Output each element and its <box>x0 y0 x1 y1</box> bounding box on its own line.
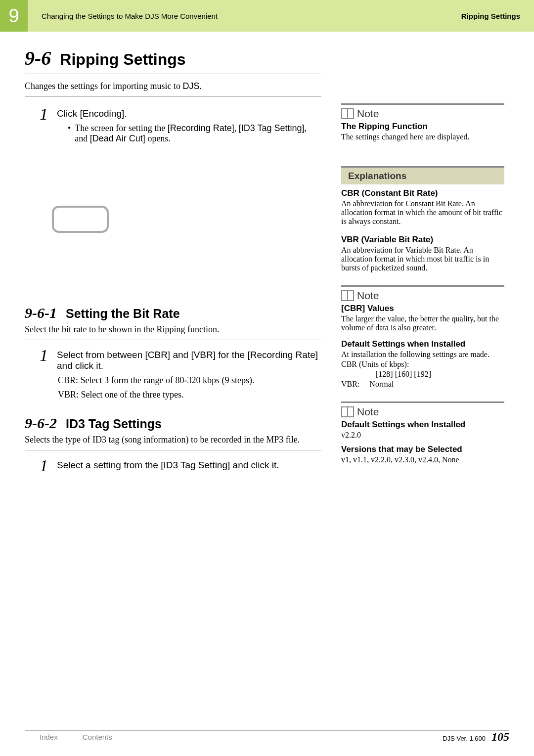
note-label: Note <box>357 290 379 302</box>
step-detail: VBR: Select one of the three types. <box>58 390 321 400</box>
note-icon <box>341 406 354 417</box>
content: 9-6 Ripping Settings Changes the setting… <box>0 32 534 478</box>
note-body: CBR (Units of kbps): <box>341 360 504 369</box>
version-label: DJS Ver. 1.600 <box>443 735 486 742</box>
image-placeholder <box>52 206 109 233</box>
chapter-number: 9 <box>0 0 28 32</box>
step-body: Select from between [CBR] and [VBR] for … <box>57 347 321 400</box>
header-section-title: Ripping Settings <box>461 12 520 20</box>
subsec1-step-1: 1 Select from between [CBR] and [VBR] fo… <box>25 347 321 400</box>
note-icon <box>341 108 354 119</box>
step-instruction: Click [Encoding]. <box>57 108 321 119</box>
subsection-2-title: 9-6-2 ID3 Tag Settings <box>25 415 321 432</box>
contents-link[interactable]: Contents <box>73 733 112 741</box>
explanation-title-cbr: CBR (Constant Bit Rate) <box>341 188 504 198</box>
note-subtitle: [CBR] Values <box>341 304 504 313</box>
note-body: The settings changed here are displayed. <box>341 133 504 141</box>
page-footer: Index Contents DJS Ver. 1.600 105 <box>0 733 534 741</box>
note-header: Note <box>341 285 504 302</box>
step-detail: CBR: Select 3 form the range of 80-320 k… <box>58 375 321 386</box>
step-number: 1 <box>40 106 48 144</box>
note-subtitle: The Ripping Function <box>341 122 504 132</box>
step-instruction: Select a setting from the [ID3 Tag Setti… <box>57 460 321 471</box>
subsection-2-description: Selects the type of ID3 tag (song inform… <box>25 435 321 450</box>
explanation-body-cbr: An abbreviation for Constant Bit Rate. A… <box>341 199 504 226</box>
section-number: 9-6 <box>25 46 51 70</box>
step-number: 1 <box>40 457 48 474</box>
subsection-name: Setting the Bit Rate <box>66 307 180 321</box>
header-breadcrumb: Changing the Settings to Make DJS More C… <box>42 12 218 20</box>
note-box-ripping-function: Note The Ripping Function The settings c… <box>341 103 504 141</box>
note-subtitle: Versions that may be Selected <box>341 445 504 454</box>
note-label: Note <box>357 406 379 418</box>
step-bullet: • The screen for setting the [Recording … <box>57 123 321 144</box>
bullet-marker: • <box>68 123 71 144</box>
subsection-1-title: 9-6-1 Setting the Bit Rate <box>25 305 321 321</box>
sidebar-column: Note The Ripping Function The settings c… <box>341 46 504 478</box>
step-body: Click [Encoding]. • The screen for setti… <box>57 106 321 144</box>
main-column: 9-6 Ripping Settings Changes the setting… <box>25 46 341 478</box>
page-header: 9 Changing the Settings to Make DJS More… <box>0 0 534 32</box>
note-subtitle: Default Settings when Installed <box>341 339 504 349</box>
note-subtitle: Default Settings when Installed <box>341 420 504 430</box>
note-header: Note <box>341 103 504 120</box>
note-icon <box>341 290 354 301</box>
subsection-number: 9-6-2 <box>25 415 57 432</box>
step-number: 1 <box>40 347 48 400</box>
subsection-1-description: Select the bit rate to be shown in the R… <box>25 324 321 340</box>
step-body: Select a setting from the [ID3 Tag Setti… <box>57 457 321 474</box>
subsection-name: ID3 Tag Settings <box>66 417 162 431</box>
step-instruction: Select from between [CBR] and [VBR] for … <box>57 350 321 371</box>
step-1: 1 Click [Encoding]. • The screen for set… <box>25 106 321 144</box>
page-number: 105 <box>491 730 509 744</box>
index-link[interactable]: Index <box>25 733 58 741</box>
note-body: [128] [160] [192] <box>341 370 504 379</box>
subsection-number: 9-6-1 <box>25 305 57 321</box>
explanation-title-vbr: VBR (Variable Bit Rate) <box>341 235 504 245</box>
note-body: VBR: Normal <box>341 380 504 389</box>
note-header: Note <box>341 401 504 418</box>
note-body: v1, v1.1, v2.2.0, v2.3.0, v2.4.0, None <box>341 455 504 464</box>
section-description: Changes the settings for importing music… <box>25 81 321 97</box>
note-label: Note <box>357 108 379 120</box>
section-title: 9-6 Ripping Settings <box>25 46 321 74</box>
explanation-body-vbr: An abbreviation for Variable Bit Rate. A… <box>341 246 504 272</box>
note-box-id3: Note Default Settings when Installed v2.… <box>341 401 504 464</box>
note-box-cbr-values: Note [CBR] Values The larger the value, … <box>341 285 504 389</box>
footer-divider <box>25 730 509 731</box>
note-body: The larger the value, the better the qua… <box>341 314 504 332</box>
note-body: v2.2.0 <box>341 431 504 440</box>
explanations-box: Explanations CBR (Constant Bit Rate) An … <box>341 166 504 272</box>
footer-right: DJS Ver. 1.600 105 <box>443 730 509 744</box>
explanations-header: Explanations <box>341 166 504 184</box>
section-name: Ripping Settings <box>60 50 185 69</box>
note-body: At installation the following settings a… <box>341 350 504 359</box>
subsec2-step-1: 1 Select a setting from the [ID3 Tag Set… <box>25 457 321 474</box>
